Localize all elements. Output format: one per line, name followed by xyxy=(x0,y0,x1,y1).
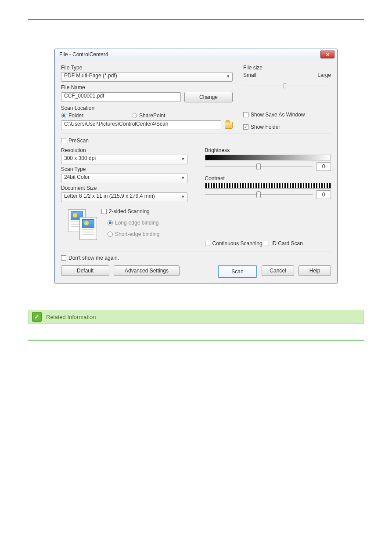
two-sided-preview-icon xyxy=(68,209,91,240)
default-button[interactable]: Default xyxy=(61,265,109,276)
brightness-gradient xyxy=(205,155,331,160)
sharepoint-radio[interactable]: SharePoint xyxy=(132,112,165,119)
file-size-slider[interactable] xyxy=(243,82,331,91)
file-type-value: PDF Multi-Page (*.pdf) xyxy=(64,73,117,79)
resolution-select[interactable]: 300 x 300 dpi xyxy=(61,155,187,164)
dont-show-checkbox[interactable]: Don't show me again. xyxy=(61,255,119,261)
large-label: Large xyxy=(317,72,331,78)
show-save-as-checkbox[interactable]: Show Save As Window xyxy=(243,112,305,118)
advanced-settings-button[interactable]: Advanced Settings xyxy=(114,265,180,276)
related-info-title: Related Information xyxy=(46,314,96,320)
brightness-slider[interactable] xyxy=(205,163,313,170)
file-type-select[interactable]: PDF Multi-Page (*.pdf) xyxy=(61,72,233,82)
prescan-checkbox[interactable]: PreScan xyxy=(61,138,89,144)
doc-size-label: Document Size xyxy=(61,185,187,191)
scan-location-label: Scan Location xyxy=(61,105,233,111)
close-icon[interactable]: ✕ xyxy=(320,51,334,58)
contrast-slider[interactable] xyxy=(205,191,313,199)
folder-radio[interactable]: Folder xyxy=(61,112,83,119)
check-icon: ✓ xyxy=(32,312,42,322)
contrast-value[interactable]: 0 xyxy=(316,190,331,199)
contrast-stripe xyxy=(205,183,331,189)
show-folder-checkbox[interactable]: Show Folder xyxy=(243,124,280,130)
scan-type-label: Scan Type xyxy=(61,166,187,172)
help-button[interactable]: Help xyxy=(298,265,331,276)
change-button[interactable]: Change xyxy=(184,92,233,102)
doc-size-select[interactable]: Letter 8 1/2 x 11 in (215.9 x 279.4 mm) xyxy=(61,192,187,202)
related-info-bar: ✓ Related Information xyxy=(28,310,364,324)
folder-path-value: C:\Users\User\Pictures\ControlCenter4\Sc… xyxy=(64,121,168,127)
resolution-label: Resolution xyxy=(61,147,187,153)
small-label: Small xyxy=(243,72,256,78)
scan-type-select[interactable]: 24bit Color xyxy=(61,174,187,183)
contrast-label: Contrast xyxy=(205,175,331,181)
file-name-value: CCF_000001.pdf xyxy=(64,93,104,99)
green-divider xyxy=(28,340,364,341)
titlebar: File - ControlCenter4 ✕ xyxy=(55,49,337,60)
id-card-scan-checkbox[interactable]: ID Card Scan xyxy=(264,240,303,247)
scan-button[interactable]: Scan xyxy=(218,265,257,278)
file-size-label: File size xyxy=(243,65,331,71)
file-dialog: File - ControlCenter4 ✕ File Type PDF Mu… xyxy=(54,49,338,283)
brightness-value[interactable]: 0 xyxy=(316,162,331,171)
file-name-label: File Name xyxy=(61,84,233,91)
long-edge-radio: Long-edge binding xyxy=(108,220,159,226)
file-name-input[interactable]: CCF_000001.pdf xyxy=(61,92,181,102)
continuous-scanning-checkbox[interactable]: Continuous Scanning xyxy=(205,240,263,247)
browse-folder-icon[interactable] xyxy=(225,122,233,129)
brightness-label: Brightness xyxy=(205,147,331,153)
folder-path-input[interactable]: C:\Users\User\Pictures\ControlCenter4\Sc… xyxy=(61,120,221,130)
two-sided-checkbox[interactable]: 2-sided Scanning xyxy=(101,208,159,214)
file-type-label: File Type xyxy=(61,65,233,71)
dialog-title: File - ControlCenter4 xyxy=(59,51,108,58)
cancel-button[interactable]: Cancel xyxy=(262,265,294,276)
short-edge-radio: Short-edge binding xyxy=(108,231,159,237)
